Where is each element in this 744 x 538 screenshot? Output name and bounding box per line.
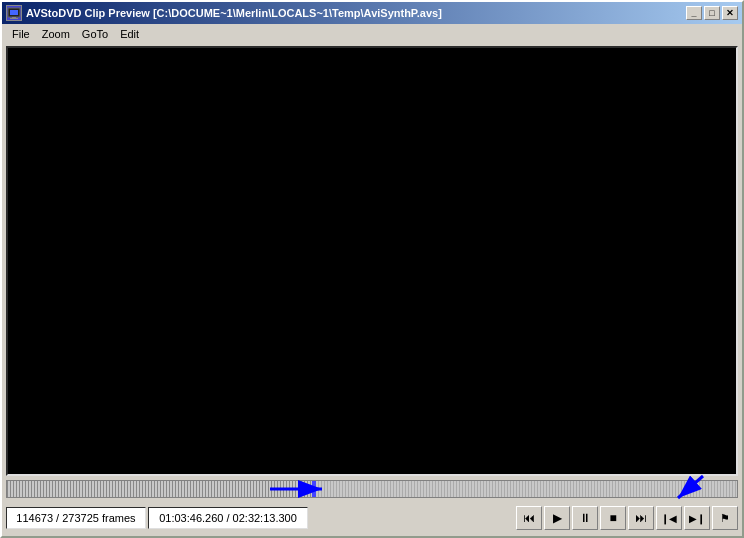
maximize-button[interactable]: □ [704,6,720,20]
titlebar-controls: _ □ ✕ [686,6,738,20]
scrubber-remaining [312,481,737,497]
menu-file[interactable]: File [6,26,36,42]
mark-button[interactable]: ⚑ [712,506,738,530]
next-frame-button[interactable]: ▶❙ [684,506,710,530]
titlebar: AVStoDVD Clip Preview [C:\DOCUME~1\Merli… [2,2,742,24]
svg-rect-1 [10,10,18,15]
window-title: AVStoDVD Clip Preview [C:\DOCUME~1\Merli… [26,7,442,19]
skip-back-button[interactable]: ⏮ [516,506,542,530]
scrubber-thumb[interactable] [312,481,316,497]
menubar: File Zoom GoTo Edit [2,24,742,44]
app-icon [6,5,22,21]
menu-edit[interactable]: Edit [114,26,145,42]
step-forward-button[interactable]: ⏭ [628,506,654,530]
minimize-button[interactable]: _ [686,6,702,20]
frame-counter: 114673 / 273725 frames [6,507,146,529]
stop-button[interactable]: ■ [600,506,626,530]
svg-rect-3 [10,18,18,19]
scrubber-wrapper [6,480,738,498]
time-display: 01:03:46.260 / 02:32:13.300 [148,507,308,529]
close-button[interactable]: ✕ [722,6,738,20]
menu-goto[interactable]: GoTo [76,26,114,42]
pause-button[interactable]: ⏸ [572,506,598,530]
scrubber-bar[interactable] [6,480,738,498]
controls-bar: 114673 / 273725 frames 01:03:46.260 / 02… [6,502,738,534]
prev-frame-button[interactable]: ❙◀ [656,506,682,530]
play-button[interactable]: ▶ [544,506,570,530]
menu-zoom[interactable]: Zoom [36,26,76,42]
app-window: AVStoDVD Clip Preview [C:\DOCUME~1\Merli… [0,0,744,538]
scrubber-fill [7,481,312,497]
titlebar-left: AVStoDVD Clip Preview [C:\DOCUME~1\Merli… [6,5,442,21]
video-preview [6,46,738,476]
